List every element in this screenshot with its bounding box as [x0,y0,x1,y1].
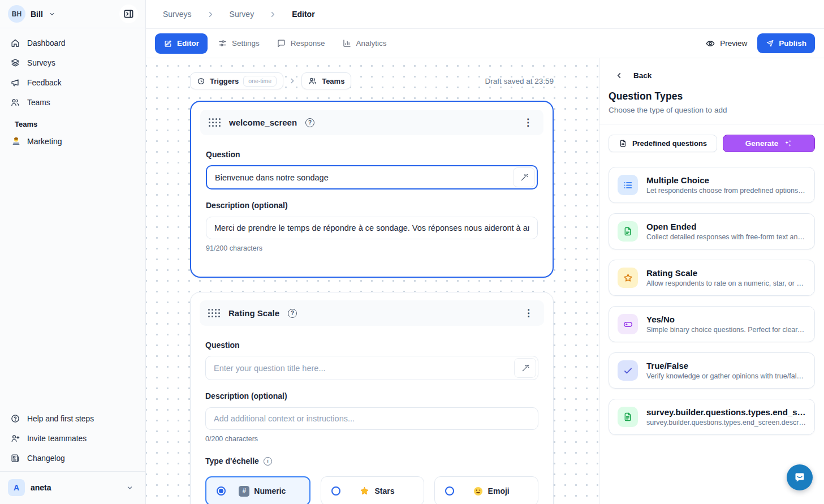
publish-button[interactable]: Publish [757,33,815,53]
sidebar-item-changelog[interactable]: Changelog [5,449,141,468]
teams-chip[interactable]: Teams [301,72,351,89]
drag-handle-icon[interactable] [208,309,220,317]
chevron-down-icon [48,10,56,18]
sidebar-item-label: Invite teammates [27,434,87,443]
drag-handle-icon[interactable] [209,118,221,127]
chevron-right-icon [206,10,215,19]
question-type-end-screen[interactable]: survey.builder.questions.types.end_scr..… [609,399,815,435]
chat-bubble-icon [793,471,806,484]
sidebar-item-help[interactable]: Help and first steps [5,409,141,428]
editor-toolbar: Editor Settings Response Analytics Prev [146,29,824,58]
ai-rewrite-button[interactable] [513,167,535,187]
breadcrumb-surveys[interactable]: Surveys [163,10,192,19]
panel-actions: Predefined questions Generate [609,135,815,152]
predefined-questions-button[interactable]: Predefined questions [609,135,717,152]
tab-settings[interactable]: Settings [211,33,266,54]
sidebar-item-teams[interactable]: Teams [5,93,141,112]
description-label: Description (optional) [206,201,538,210]
sidebar-item-marketing[interactable]: Marketing [5,132,141,150]
question-type-name: Multiple Choice [646,175,806,185]
scale-option-label: Stars [374,486,394,496]
generate-button[interactable]: Generate [723,135,815,152]
survey-builder-app: BH Bill Dashboard [0,0,824,504]
kebab-menu-icon[interactable]: ⋮ [521,117,535,128]
card-title: Rating Scale [228,308,279,318]
breadcrumb-survey[interactable]: Survey [230,10,254,19]
sidebar-item-label: Help and first steps [27,415,94,423]
sidebar-item-label: Feedback [27,79,62,87]
ai-rewrite-button[interactable] [514,358,536,378]
help-icon[interactable]: ? [288,309,297,318]
info-icon[interactable]: i [264,457,272,466]
card-header: Rating Scale ? ⋮ [200,300,544,326]
sidebar-collapse-button[interactable] [119,5,138,23]
users-icon [10,97,20,107]
scale-option-numeric[interactable]: # Numeric [205,476,310,504]
users-icon [308,76,317,85]
tab-label: Editor [177,39,199,48]
chat-launcher-button[interactable] [787,464,813,490]
document-icon [618,407,638,427]
tab-response[interactable]: Response [270,33,332,54]
help-circle-icon [10,413,20,424]
question-type-list: Multiple Choice Let respondents choose f… [609,167,815,435]
preview-button[interactable]: Preview [698,33,754,54]
workspace-name: Bill [31,10,43,19]
draft-status: Draft saved at 23:59 [485,77,554,85]
sidebar-item-invite[interactable]: Invite teammates [5,429,141,448]
question-input[interactable] [205,356,538,380]
account-name: aneta [31,483,120,492]
list-icon [618,175,638,195]
card-title: welcome_screen [229,118,297,127]
sidebar-item-surveys[interactable]: Surveys [5,53,141,72]
tab-label: Response [291,39,325,48]
bar-chart-icon [342,38,352,48]
back-button[interactable]: Back [615,71,824,80]
question-type-rating-scale[interactable]: Rating Scale Allow respondents to rate o… [609,260,815,296]
workspace-avatar: BH [8,5,25,23]
check-icon [618,360,638,381]
pencil-square-icon [163,39,172,48]
question-type-name: Yes/No [646,315,806,324]
description-input[interactable] [206,217,538,239]
tab-analytics[interactable]: Analytics [335,33,394,54]
magic-wand-icon [521,364,530,373]
breadcrumb: Surveys Survey Editor [163,10,315,19]
chevron-right-icon [288,77,296,85]
question-type-true-false[interactable]: True/False Verify knowledge or gather op… [609,352,815,389]
radio-selected-icon [217,486,226,496]
help-icon[interactable]: ? [305,118,314,127]
newspaper-icon [10,453,20,463]
publish-label: Publish [779,39,806,48]
description-input[interactable] [205,407,538,430]
question-type-open-ended[interactable]: Open Ended Collect detailed responses wi… [609,213,815,249]
tab-label: Settings [232,39,260,48]
sidebar-footer: Help and first steps Invite teammates Ch… [0,406,145,504]
welcome-screen-card[interactable]: welcome_screen ? ⋮ Question Description … [190,101,554,278]
tab-editor[interactable]: Editor [155,33,208,54]
generate-label: Generate [745,139,779,148]
eye-icon [705,38,715,49]
panel-title: Question Types [609,91,815,102]
scale-option-stars[interactable]: Stars [321,476,425,504]
sidebar-item-feedback[interactable]: Feedback [5,73,141,92]
workspace-switcher[interactable]: BH Bill [8,5,56,23]
description-label: Description (optional) [205,391,538,400]
scale-option-emoji[interactable]: Emoji [434,476,538,504]
question-input[interactable] [206,165,538,189]
triggers-chip[interactable]: Triggers one-time [190,72,283,89]
account-menu[interactable]: A aneta [0,471,145,504]
question-label: Question [206,150,538,159]
team-item-label: Marketing [27,137,62,146]
char-count: 91/200 characters [206,244,538,252]
question-type-multiple-choice[interactable]: Multiple Choice Let respondents choose f… [609,167,815,203]
top-bar: Surveys Survey Editor [146,0,824,29]
question-type-description: survey.builder.questions.types.end_scree… [646,419,806,427]
rating-scale-card[interactable]: Rating Scale ? ⋮ Question Description (o… [190,292,554,504]
tab-label: Analytics [356,39,387,48]
sidebar-item-label: Dashboard [27,39,66,48]
sidebar-item-dashboard[interactable]: Dashboard [5,33,141,53]
question-type-yes-no[interactable]: Yes/No Simple binary choice questions. P… [609,306,815,342]
kebab-menu-icon[interactable]: ⋮ [521,307,536,319]
scale-type-options: # Numeric Stars [205,476,538,504]
